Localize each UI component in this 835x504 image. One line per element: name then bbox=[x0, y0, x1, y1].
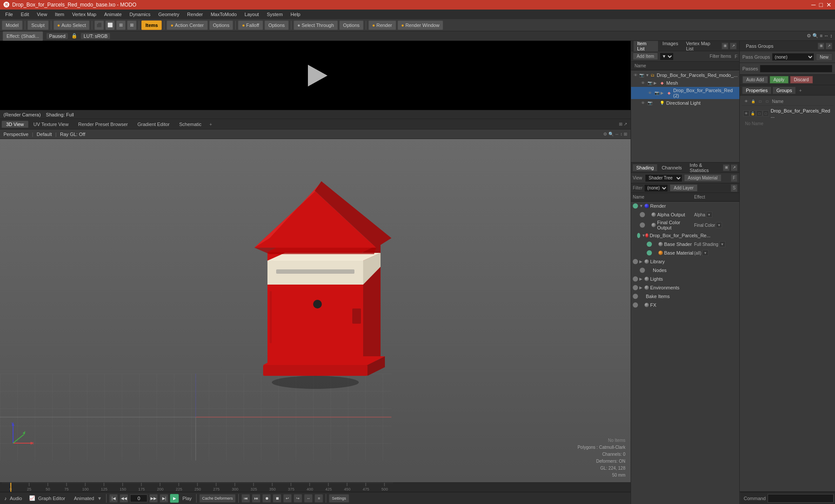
channels-tab[interactable]: Channels bbox=[658, 164, 685, 171]
command-input[interactable] bbox=[768, 494, 834, 503]
tree-item-mesh-child[interactable]: 👁 📷 ▶ ◆ Drop_Box_for_Parcels_Red (2) bbox=[631, 87, 739, 99]
vis-base-material[interactable] bbox=[647, 250, 652, 255]
audio-label[interactable]: Audio bbox=[8, 496, 24, 501]
skip-to-end-btn[interactable]: ▶| bbox=[160, 494, 168, 503]
menu-animate[interactable]: Animate bbox=[100, 11, 125, 18]
titlebar-right[interactable]: ─ □ ✕ bbox=[812, 1, 832, 8]
frp-item-icon-b[interactable]: □ bbox=[763, 110, 769, 116]
prev-frame-btn[interactable]: ◀◀ bbox=[120, 494, 128, 503]
viewport3d-content[interactable]: X Y No Items Polygons : Catmull-Clark Ch… bbox=[0, 139, 631, 482]
item-tree[interactable]: 👁 📷 ▼ 🗂 Drop_Box_for_Parcels_Red_modo_..… bbox=[631, 70, 739, 162]
frp-icon-2[interactable]: ↗ bbox=[825, 43, 832, 50]
minimize-btn[interactable]: ─ bbox=[812, 1, 816, 8]
menu-render[interactable]: Render bbox=[184, 11, 206, 18]
tab-3d-view[interactable]: 3D View bbox=[2, 121, 28, 128]
shading-filter-btn[interactable]: S bbox=[731, 184, 738, 192]
fc-effect-dropdown[interactable]: ▼ bbox=[716, 222, 722, 228]
bm-effect-dropdown[interactable]: ▼ bbox=[702, 250, 708, 256]
playbar-icon-8[interactable]: ≡ bbox=[314, 494, 323, 503]
tab-uv-texture-view[interactable]: UV Texture View bbox=[29, 121, 73, 128]
shading-tab[interactable]: Shading bbox=[633, 164, 657, 171]
shading-row-final-color[interactable]: Final Color Output Final Color ▼ bbox=[631, 219, 739, 231]
frp-item-1[interactable]: 👁 🔓 □ □ Drop_Box_for_Parcels_Red ... bbox=[741, 107, 833, 119]
tree-item-scene[interactable]: 👁 📷 ▼ 🗂 Drop_Box_for_Parcels_Red_modo_..… bbox=[631, 71, 739, 79]
shading-row-environments[interactable]: ▶ Environments bbox=[631, 283, 739, 292]
panel-icon-2[interactable]: ↗ bbox=[730, 43, 737, 50]
tab-add-btn[interactable]: + bbox=[207, 121, 214, 128]
shading-view-dropdown[interactable]: Shader Tree bbox=[645, 174, 682, 182]
row-arrow-lib[interactable]: ▶ bbox=[639, 259, 645, 264]
next-frame-btn[interactable]: ▶▶ bbox=[149, 494, 158, 503]
select-through-btn[interactable]: ● Select Through bbox=[294, 20, 338, 30]
toolbar-icon-4[interactable]: ⊠ bbox=[127, 20, 137, 30]
row-arrow-env[interactable]: ▶ bbox=[639, 285, 645, 290]
frp-items[interactable]: 👁 🔓 □ □ Drop_Box_for_Parcels_Red ... No … bbox=[741, 106, 833, 129]
playbar-icon-5[interactable]: ↩ bbox=[283, 494, 292, 503]
shading-row-base-shader[interactable]: Base Shader Full Shading ▼ bbox=[631, 240, 739, 249]
playbar-icon-1[interactable]: ⏮ bbox=[241, 494, 250, 503]
shading-panel-icon-2[interactable]: ↗ bbox=[731, 164, 738, 171]
vis-icon-1[interactable]: 👁 bbox=[633, 73, 638, 78]
shading-row-render[interactable]: ▼ Render bbox=[631, 202, 739, 210]
frp-item-icon-vis[interactable]: 👁 bbox=[743, 110, 749, 116]
preview-play-btn[interactable] bbox=[304, 65, 326, 86]
frame-input[interactable] bbox=[130, 494, 147, 502]
shading-row-alpha[interactable]: Alpha Output Alpha ▼ bbox=[631, 210, 739, 219]
shading-row-lights[interactable]: ▶ Lights bbox=[631, 275, 739, 283]
vis-icon-3[interactable]: 👁 bbox=[647, 90, 653, 96]
vis-fx[interactable] bbox=[633, 302, 638, 308]
settings-btn[interactable]: Settings bbox=[329, 494, 349, 503]
items-btn[interactable]: Items bbox=[141, 20, 162, 30]
render-window-btn[interactable]: ● Render Window bbox=[397, 20, 444, 30]
discard-btn[interactable]: Discard bbox=[790, 76, 813, 83]
close-btn[interactable]: ✕ bbox=[826, 1, 832, 8]
row-arrow-lights[interactable]: ▶ bbox=[639, 277, 645, 281]
cache-deformers-btn[interactable]: Cache Deformers bbox=[199, 494, 236, 503]
animated-dropdown-icon[interactable]: ▼ bbox=[97, 496, 102, 501]
graph-editor-label[interactable]: Graph Editor bbox=[37, 496, 67, 501]
tree-item-mesh-parent[interactable]: 👁 📷 ▶ ◆ Mesh bbox=[631, 79, 739, 87]
tree-arrow-1[interactable]: ▼ bbox=[645, 73, 650, 77]
tab-images[interactable]: Images bbox=[659, 41, 681, 52]
pass-groups-dropdown[interactable]: (none) bbox=[772, 53, 814, 61]
panel-icon-1[interactable]: ⊞ bbox=[721, 43, 728, 50]
shading-f-btn[interactable]: F bbox=[731, 174, 738, 182]
info-statistics-tab[interactable]: Info & Statistics bbox=[686, 162, 722, 174]
vis-lights[interactable] bbox=[633, 276, 638, 282]
menu-item[interactable]: Item bbox=[51, 11, 67, 18]
vis-nodes[interactable] bbox=[640, 268, 645, 273]
viewport-3d[interactable]: Perspective | Default | Ray GL: Off ⚙ 🔍 … bbox=[0, 129, 631, 482]
apply-btn[interactable]: Apply bbox=[770, 76, 788, 83]
toolbar-icon-3[interactable]: ⊞ bbox=[116, 20, 126, 30]
frp-subtab-properties[interactable]: Properties bbox=[742, 87, 771, 94]
add-item-dropdown[interactable]: ▼ bbox=[660, 53, 674, 60]
playbar-icon-7[interactable]: ↔ bbox=[304, 494, 313, 503]
tree-item-light[interactable]: 👁 📷 💡 Directional Light bbox=[631, 99, 739, 107]
action-center-btn[interactable]: ● Action Center bbox=[167, 20, 207, 30]
render-btn[interactable]: ● Render bbox=[368, 20, 396, 30]
shading-row-fx[interactable]: FX bbox=[631, 301, 739, 309]
shading-row-nodes[interactable]: Nodes bbox=[631, 266, 739, 275]
frp-item-icon-lock[interactable]: 🔓 bbox=[750, 110, 756, 116]
options3-btn[interactable]: Options bbox=[339, 20, 364, 30]
frp-tab-pass[interactable]: Pass Groups bbox=[742, 43, 777, 50]
vis-icon-4[interactable]: 👁 bbox=[640, 100, 646, 106]
render-icon-4[interactable]: 📷 bbox=[647, 100, 653, 106]
options2-btn[interactable]: Options bbox=[264, 20, 289, 30]
menu-maxtomodo[interactable]: MaxToModo bbox=[207, 11, 240, 18]
play-btn[interactable]: ▶ bbox=[170, 494, 179, 503]
vis-alpha[interactable] bbox=[640, 212, 645, 217]
playbar-icon-4[interactable]: ⏹ bbox=[273, 494, 281, 503]
tab-schematic[interactable]: Schematic bbox=[175, 121, 206, 128]
options1-btn[interactable]: Options bbox=[209, 20, 234, 30]
vis-render[interactable] bbox=[633, 203, 638, 209]
assign-material-btn[interactable]: Assign Material bbox=[684, 174, 721, 182]
menu-file[interactable]: File bbox=[2, 11, 17, 18]
frp-icon-1[interactable]: ⊞ bbox=[818, 43, 825, 50]
filter-dropdown[interactable]: (none) bbox=[644, 184, 668, 192]
model-mode-btn[interactable]: Model bbox=[2, 20, 23, 30]
tree-arrow-2[interactable]: ▶ bbox=[654, 81, 659, 85]
vis-environments[interactable] bbox=[633, 285, 638, 290]
skip-to-start-btn[interactable]: |◀ bbox=[109, 494, 118, 503]
maximize-btn[interactable]: □ bbox=[819, 1, 823, 8]
